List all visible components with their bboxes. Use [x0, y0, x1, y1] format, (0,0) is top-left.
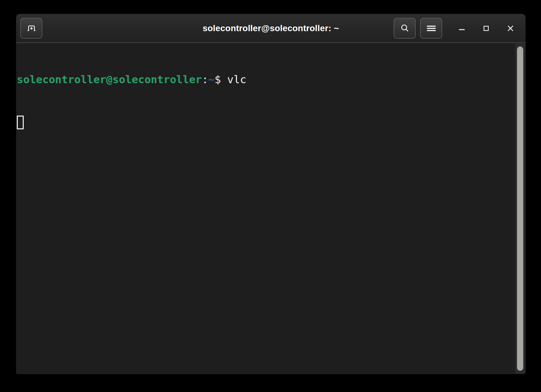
- titlebar[interactable]: solecontroller@solecontroller: ~: [16, 14, 525, 43]
- search-icon: [399, 23, 410, 34]
- menu-button[interactable]: [420, 18, 442, 39]
- terminal-window: solecontroller@solecontroller: ~: [16, 14, 525, 374]
- maximize-icon: [481, 23, 492, 34]
- terminal-output: solecontroller@solecontroller:~$vlc: [17, 44, 513, 158]
- tab-new-plus-icon: [26, 23, 37, 34]
- prompt-line: solecontroller@solecontroller:~$vlc: [17, 72, 513, 87]
- prompt-path: ~: [208, 73, 214, 86]
- search-button[interactable]: [394, 18, 416, 39]
- prompt-separator: :: [202, 73, 208, 86]
- cursor-line: [17, 115, 513, 130]
- scrollbar[interactable]: [515, 44, 525, 374]
- titlebar-controls: [394, 18, 516, 39]
- hamburger-menu-icon: [426, 23, 437, 34]
- typed-command: vlc: [227, 73, 246, 86]
- close-button[interactable]: [505, 23, 516, 34]
- prompt-symbol: $: [215, 73, 221, 86]
- prompt-user-host: solecontroller@solecontroller: [17, 73, 202, 86]
- scrollbar-thumb[interactable]: [517, 46, 523, 371]
- new-tab-button[interactable]: [20, 18, 42, 39]
- maximize-button[interactable]: [481, 23, 492, 34]
- terminal-viewport[interactable]: solecontroller@solecontroller:~$vlc: [16, 44, 525, 374]
- terminal-cursor: [17, 116, 24, 129]
- minimize-icon: [456, 23, 467, 34]
- close-icon: [505, 23, 516, 34]
- minimize-button[interactable]: [456, 23, 467, 34]
